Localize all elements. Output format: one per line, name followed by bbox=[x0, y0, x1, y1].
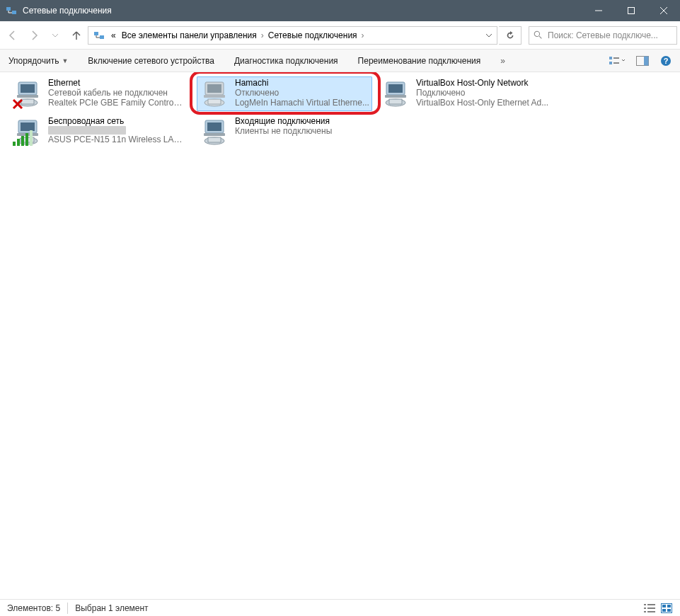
connection-name: Ethernet bbox=[48, 78, 183, 88]
refresh-button[interactable] bbox=[499, 26, 521, 45]
signal-strength-icon bbox=[13, 130, 33, 146]
svg-rect-49 bbox=[667, 609, 671, 612]
chevron-down-icon: ▼ bbox=[62, 57, 68, 64]
connection-item-ethernet[interactable]: Ethernet Сетевой кабель не подключен Rea… bbox=[10, 76, 185, 111]
app-icon bbox=[6, 5, 17, 16]
chevron-right-icon[interactable]: › bbox=[360, 30, 366, 40]
breadcrumb-item-1[interactable]: Сетевые подключения bbox=[265, 30, 360, 40]
svg-rect-2 bbox=[628, 8, 635, 14]
connection-item-wireless[interactable]: Беспроводная сеть ASUS PCE-N15 11n Wirel… bbox=[10, 115, 185, 149]
svg-rect-30 bbox=[207, 122, 221, 131]
connection-device: VirtualBox Host-Only Ethernet Ad... bbox=[416, 98, 551, 108]
error-badge-icon bbox=[11, 98, 24, 110]
titlebar: Сетевые подключения bbox=[0, 0, 680, 21]
organize-button[interactable]: Упорядочить▼ bbox=[8, 56, 68, 66]
command-toolbar: Упорядочить▼ Включение сетевого устройст… bbox=[0, 50, 680, 72]
chevron-right-icon[interactable]: › bbox=[260, 30, 265, 40]
selection-count: Выбран 1 элемент bbox=[75, 603, 148, 613]
svg-rect-15 bbox=[21, 84, 35, 93]
content-area[interactable]: Ethernet Сетевой кабель не подключен Rea… bbox=[0, 72, 680, 599]
connection-device: LogMeIn Hamachi Virtual Etherne... bbox=[235, 98, 369, 108]
connection-status bbox=[48, 126, 126, 135]
svg-rect-43 bbox=[644, 611, 646, 612]
address-bar[interactable]: « Все элементы панели управления › Сетев… bbox=[88, 26, 497, 45]
large-icons-view-button[interactable] bbox=[660, 603, 673, 614]
svg-rect-48 bbox=[662, 609, 666, 612]
svg-rect-0 bbox=[6, 7, 11, 11]
details-view-button[interactable] bbox=[643, 603, 656, 614]
connection-name: Беспроводная сеть bbox=[48, 116, 183, 126]
svg-rect-4 bbox=[100, 35, 104, 39]
connection-status: Отключено bbox=[235, 88, 369, 98]
connection-item-incoming[interactable]: Входящие подключения Клиенты не подключе… bbox=[197, 115, 372, 149]
enable-device-button[interactable]: Включение сетевого устройства bbox=[88, 56, 214, 66]
search-icon bbox=[534, 30, 543, 40]
svg-rect-40 bbox=[647, 604, 655, 605]
forward-button[interactable] bbox=[24, 25, 44, 45]
breadcrumb-prefix: « bbox=[108, 30, 119, 40]
separator bbox=[67, 603, 68, 614]
address-history-dropdown[interactable] bbox=[481, 27, 495, 44]
svg-rect-36 bbox=[385, 95, 406, 98]
svg-rect-6 bbox=[609, 57, 612, 59]
rename-button[interactable]: Переименование подключения bbox=[358, 56, 481, 66]
up-button[interactable] bbox=[67, 25, 86, 45]
svg-rect-33 bbox=[208, 137, 221, 142]
svg-rect-31 bbox=[204, 133, 225, 136]
adapter-icon bbox=[200, 116, 231, 147]
location-icon bbox=[93, 29, 105, 42]
minimize-button[interactable] bbox=[582, 0, 615, 21]
adapter-icon bbox=[13, 78, 44, 109]
close-button[interactable] bbox=[647, 0, 680, 21]
svg-point-5 bbox=[534, 31, 539, 36]
window-controls bbox=[582, 0, 680, 21]
navigation-bar: « Все элементы панели управления › Сетев… bbox=[0, 21, 680, 50]
svg-rect-8 bbox=[613, 57, 619, 59]
svg-rect-28 bbox=[208, 99, 221, 104]
window-title: Сетевые подключения bbox=[23, 6, 582, 16]
connection-status: Сетевой кабель не подключен bbox=[48, 88, 183, 98]
status-bar: Элементов: 5 Выбран 1 элемент bbox=[0, 599, 680, 616]
connection-item-hamachi[interactable]: Hamachi Отключено LogMeIn Hamachi Virtua… bbox=[197, 76, 372, 111]
svg-rect-46 bbox=[662, 605, 666, 608]
svg-rect-47 bbox=[667, 605, 671, 608]
svg-rect-25 bbox=[207, 84, 221, 93]
search-placeholder: Поиск: Сетевые подключе... bbox=[548, 30, 672, 40]
preview-pane-button[interactable] bbox=[636, 56, 649, 66]
help-button[interactable]: ? bbox=[660, 55, 672, 67]
back-button[interactable] bbox=[3, 25, 23, 45]
connection-status: Клиенты не подключены bbox=[235, 126, 369, 136]
adapter-icon bbox=[200, 78, 231, 109]
svg-rect-42 bbox=[647, 608, 655, 609]
svg-rect-3 bbox=[94, 32, 98, 35]
svg-rect-38 bbox=[389, 99, 402, 104]
adapter-icon bbox=[381, 78, 412, 109]
search-input[interactable]: Поиск: Сетевые подключе... bbox=[529, 26, 677, 45]
connection-device: Realtek PCIe GBE Family Controller bbox=[48, 98, 183, 108]
svg-rect-44 bbox=[647, 611, 655, 612]
svg-rect-35 bbox=[388, 84, 403, 93]
adapter-icon bbox=[13, 116, 44, 147]
svg-rect-41 bbox=[644, 608, 646, 609]
svg-rect-11 bbox=[644, 56, 649, 65]
recent-dropdown[interactable] bbox=[45, 25, 65, 45]
connection-device: ASUS PCE-N15 11n Wireless LAN ... bbox=[48, 135, 183, 144]
connection-name: VirtualBox Host-Only Network bbox=[416, 78, 551, 88]
svg-rect-1 bbox=[12, 11, 16, 14]
overflow-button[interactable]: » bbox=[500, 56, 505, 66]
svg-rect-26 bbox=[204, 95, 225, 98]
connection-name: Входящие подключения bbox=[235, 116, 369, 126]
connection-item-virtualbox[interactable]: VirtualBox Host-Only Network Подключено … bbox=[378, 76, 553, 111]
diagnose-button[interactable]: Диагностика подключения bbox=[234, 56, 338, 66]
svg-rect-7 bbox=[609, 62, 612, 64]
item-count: Элементов: 5 bbox=[7, 603, 60, 613]
connection-status: Подключено bbox=[416, 88, 551, 98]
svg-rect-9 bbox=[613, 62, 619, 64]
svg-rect-39 bbox=[644, 604, 646, 605]
svg-text:?: ? bbox=[664, 57, 669, 65]
maximize-button[interactable] bbox=[615, 0, 647, 21]
connection-name: Hamachi bbox=[235, 78, 369, 88]
breadcrumb-item-0[interactable]: Все элементы панели управления bbox=[119, 30, 260, 40]
view-options-button[interactable] bbox=[609, 55, 625, 67]
